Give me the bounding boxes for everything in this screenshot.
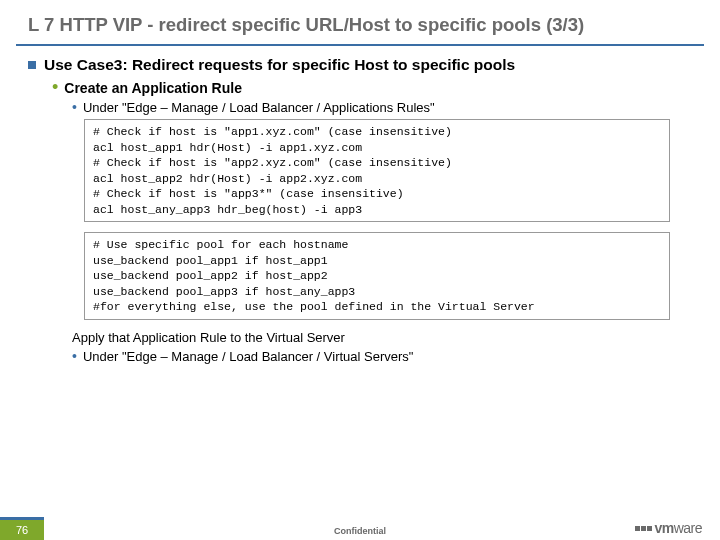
use-case-text: Use Case3: Redirect requests for specifi… (44, 56, 515, 74)
code-line: use_backend pool_app3 if host_any_app3 (93, 284, 661, 300)
code-line: use_backend pool_app2 if host_app2 (93, 268, 661, 284)
code-line: acl host_app2 hdr(Host) -i app2.xyz.com (93, 171, 661, 187)
logo-boxes-icon (635, 526, 652, 531)
create-rule-text: Create an Application Rule (64, 80, 242, 96)
under-vs-text: Under "Edge – Manage / Load Balancer / V… (83, 349, 414, 364)
code-line: acl host_any_app3 hdr_beg(host) -i app3 (93, 202, 661, 218)
create-rule-item: • Create an Application Rule (52, 80, 700, 96)
code-line: acl host_app1 hdr(Host) -i app1.xyz.com (93, 140, 661, 156)
under-apprules-item: • Under "Edge – Manage / Load Balancer /… (72, 100, 700, 115)
apply-rule-text: Apply that Application Rule to the Virtu… (72, 330, 700, 345)
code-block-2: # Use specific pool for each hostname us… (84, 232, 670, 320)
code-line: use_backend pool_app1 if host_app1 (93, 253, 661, 269)
confidential-label: Confidential (0, 526, 720, 536)
code-line: # Use specific pool for each hostname (93, 237, 661, 253)
under-vs-item: • Under "Edge – Manage / Load Balancer /… (72, 349, 700, 364)
code-line: # Check if host is "app3*" (case insensi… (93, 186, 661, 202)
code-line: # Check if host is "app1.xyz.com" (case … (93, 124, 661, 140)
logo-text: vmware (654, 520, 702, 536)
vmware-logo: vmware (635, 520, 702, 536)
dot-bullet-icon: • (72, 349, 77, 363)
footer: 76 Confidential vmware (0, 512, 720, 540)
dot-bullet-icon: • (52, 80, 58, 94)
content-area: Use Case3: Redirect requests for specifi… (0, 46, 720, 364)
square-bullet-icon (28, 61, 36, 69)
use-case-heading: Use Case3: Redirect requests for specifi… (28, 56, 700, 74)
slide-title: L 7 HTTP VIP - redirect specific URL/Hos… (0, 0, 720, 44)
under-apprules-text: Under "Edge – Manage / Load Balancer / A… (83, 100, 435, 115)
code-line: # Check if host is "app2.xyz.com" (case … (93, 155, 661, 171)
dot-bullet-icon: • (72, 100, 77, 114)
code-line: #for everything else, use the pool defin… (93, 299, 661, 315)
code-block-1: # Check if host is "app1.xyz.com" (case … (84, 119, 670, 222)
